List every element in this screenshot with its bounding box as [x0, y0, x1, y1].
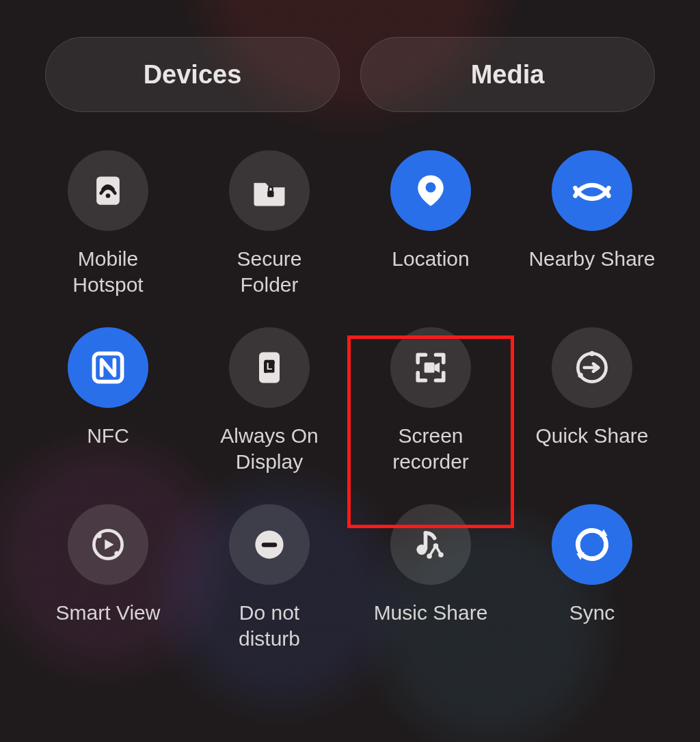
always-on-display-toggle[interactable] [229, 327, 310, 408]
nfc-toggle[interactable] [68, 327, 148, 408]
dnd-icon [249, 524, 290, 565]
tile-nearby-share[interactable]: Nearby Share [511, 146, 673, 297]
location-toggle[interactable] [390, 150, 471, 231]
quick-settings-grid: Mobile HotspotSecure FolderLocationNearb… [0, 112, 700, 651]
music-share-icon [410, 524, 451, 565]
tile-quick-share[interactable]: Quick Share [511, 323, 673, 474]
nfc-label: NFC [87, 423, 129, 449]
location-icon [410, 170, 451, 211]
tile-music-share[interactable]: Music Share [350, 500, 511, 651]
tile-nfc[interactable]: NFC [27, 323, 189, 474]
aod-icon [249, 347, 290, 388]
sync-icon [571, 524, 612, 565]
screen-recorder-toggle[interactable] [390, 327, 471, 408]
tile-mobile-hotspot[interactable]: Mobile Hotspot [27, 146, 189, 297]
smart-view-toggle[interactable] [68, 504, 148, 585]
smart-view-icon [88, 524, 129, 565]
quick-share-label: Quick Share [535, 423, 648, 449]
nearby-share-label: Nearby Share [528, 246, 655, 272]
screen-recorder-icon [410, 347, 451, 388]
quick-panel-top-row: Devices Media [0, 0, 700, 112]
secure-folder-icon [249, 170, 290, 211]
sync-label: Sync [569, 600, 615, 626]
quick-share-icon [571, 347, 612, 388]
secure-folder-label: Secure Folder [237, 246, 301, 297]
music-share-toggle[interactable] [390, 504, 471, 585]
media-button[interactable]: Media [360, 37, 655, 112]
do-not-disturb-label: Do not disturb [239, 600, 300, 651]
location-label: Location [392, 246, 469, 272]
tile-sync[interactable]: Sync [511, 500, 673, 651]
devices-button-label: Devices [144, 60, 242, 90]
nfc-icon [88, 347, 129, 388]
do-not-disturb-toggle[interactable] [229, 504, 310, 585]
devices-button[interactable]: Devices [45, 37, 340, 112]
nearby-share-toggle[interactable] [552, 150, 632, 231]
tile-screen-recorder[interactable]: Screen recorder [350, 323, 511, 474]
hotspot-icon [88, 170, 129, 211]
mobile-hotspot-toggle[interactable] [68, 150, 148, 231]
tile-do-not-disturb[interactable]: Do not disturb [189, 500, 350, 651]
nearby-share-icon [571, 170, 612, 211]
screen-recorder-label: Screen recorder [392, 423, 469, 474]
sync-toggle[interactable] [552, 504, 632, 585]
music-share-label: Music Share [374, 600, 488, 626]
quick-share-toggle[interactable] [552, 327, 632, 408]
smart-view-label: Smart View [56, 600, 161, 626]
tile-always-on-display[interactable]: Always On Display [189, 323, 350, 474]
always-on-display-label: Always On Display [220, 423, 318, 474]
mobile-hotspot-label: Mobile Hotspot [72, 246, 143, 297]
tile-secure-folder[interactable]: Secure Folder [189, 146, 350, 297]
media-button-label: Media [471, 60, 545, 90]
tile-location[interactable]: Location [350, 146, 511, 297]
tile-smart-view[interactable]: Smart View [27, 500, 189, 651]
secure-folder-toggle[interactable] [229, 150, 310, 231]
